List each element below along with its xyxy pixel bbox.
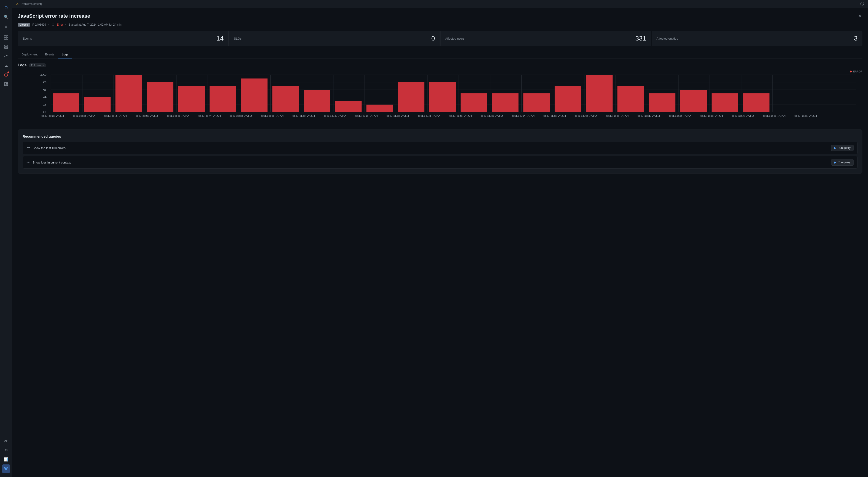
topbar: ⚠ Problems (latest) <box>12 0 868 8</box>
chart-legend: ERROR <box>850 70 862 73</box>
svg-text:01:05 AM: 01:05 AM <box>135 115 158 117</box>
topbar-warning-icon: ⚠ <box>16 2 19 6</box>
sidebar-icon-cloud[interactable]: ☁ <box>2 61 10 70</box>
stat-label-events: Events <box>23 37 32 40</box>
svg-text:01:06 AM: 01:06 AM <box>167 115 189 117</box>
svg-rect-10 <box>6 83 8 85</box>
sidebar-icon-home[interactable]: ⬡ <box>2 3 10 12</box>
svg-text:6: 6 <box>43 88 46 91</box>
sidebar-icon-apm[interactable] <box>2 52 10 60</box>
svg-rect-69 <box>617 86 644 112</box>
records-badge: 111 records <box>29 63 46 67</box>
query-text-1: Show logs in current context <box>33 161 71 164</box>
svg-point-8 <box>6 75 6 76</box>
sidebar-icon-menu[interactable]: ⊞ <box>2 22 10 30</box>
query-item-1: </> Show logs in current context ▶ Run q… <box>23 156 858 169</box>
svg-text:01:23 AM: 01:23 AM <box>700 115 723 117</box>
svg-rect-0 <box>4 36 6 37</box>
problem-header: JavaScript error rate increase ✕ <box>18 12 862 20</box>
legend-dot-error <box>850 71 852 72</box>
play-icon-0: ▶ <box>834 146 836 149</box>
problem-title: JavaScript error rate increase <box>18 13 90 19</box>
svg-text:0: 0 <box>43 111 46 114</box>
chart-container: ERROR 10 8 6 4 <box>18 70 862 127</box>
svg-text:01:13 AM: 01:13 AM <box>386 115 409 117</box>
problem-id: P-2408699 <box>32 23 46 26</box>
meta-separator-1: • <box>48 23 49 26</box>
run-query-label-0: Run query <box>838 146 850 149</box>
content-area: JavaScript error rate increase ✕ Closed … <box>12 8 868 477</box>
query-text-0: Show the last 100 errors <box>33 146 65 150</box>
svg-text:01:12 AM: 01:12 AM <box>355 115 378 117</box>
svg-rect-70 <box>649 93 676 112</box>
svg-text:01:20 AM: 01:20 AM <box>606 115 629 117</box>
legend-label-error: ERROR <box>853 70 862 73</box>
svg-text:4: 4 <box>43 96 46 99</box>
sidebar-icon-metrics[interactable]: 📊 <box>2 455 10 464</box>
query-left-1: </> Show logs in current context <box>27 160 71 165</box>
stat-label-affected-entities: Affected entities <box>657 37 678 40</box>
stat-card-affected-users: Affected users 331 <box>440 31 651 46</box>
sidebar-icon-infrastructure[interactable] <box>2 43 10 51</box>
svg-text:01:24 AM: 01:24 AM <box>732 115 754 117</box>
logs-title: Logs <box>18 63 27 67</box>
tabs-row: Deployment Events Logs <box>18 51 862 59</box>
svg-rect-71 <box>680 90 707 112</box>
svg-text:10: 10 <box>39 73 47 76</box>
play-icon-1: ▶ <box>834 161 836 164</box>
svg-text:01:02 AM: 01:02 AM <box>41 115 64 117</box>
svg-text:01:16 AM: 01:16 AM <box>480 115 503 117</box>
sidebar-top: ⬡ 🔍 ⊞ ☁ <box>2 2 10 436</box>
svg-text:01:09 AM: 01:09 AM <box>261 115 284 117</box>
svg-text:01:14 AM: 01:14 AM <box>418 115 440 117</box>
svg-text:01:11 AM: 01:11 AM <box>323 115 346 117</box>
tab-logs[interactable]: Logs <box>58 51 72 59</box>
svg-text:</>: </> <box>27 161 30 164</box>
topbar-close-icon[interactable] <box>860 2 864 6</box>
svg-rect-53 <box>115 75 142 112</box>
chart-area: 10 8 6 4 2 0 <box>18 70 862 127</box>
svg-text:01:22 AM: 01:22 AM <box>669 115 691 117</box>
svg-rect-52 <box>84 97 111 112</box>
sidebar-icon-search[interactable]: 🔍 <box>2 12 10 21</box>
stat-value-slos: 0 <box>431 35 435 42</box>
sidebar: ⬡ 🔍 ⊞ ☁ <box>0 0 12 477</box>
svg-text:01:04 AM: 01:04 AM <box>104 115 127 117</box>
sidebar-icon-dashboards[interactable] <box>2 80 10 88</box>
svg-rect-73 <box>743 93 769 112</box>
sidebar-icon-expand[interactable]: ≫ <box>2 437 10 445</box>
sidebar-divider-1 <box>3 32 9 32</box>
svg-rect-54 <box>147 82 174 112</box>
svg-rect-67 <box>555 86 581 112</box>
svg-rect-58 <box>272 86 299 112</box>
sidebar-icon-user[interactable]: W <box>2 465 10 473</box>
svg-text:01:07 AM: 01:07 AM <box>198 115 221 117</box>
svg-text:01:18 AM: 01:18 AM <box>543 115 566 117</box>
svg-rect-59 <box>304 90 330 112</box>
stat-label-slos: SLOs <box>234 37 242 40</box>
svg-text:2: 2 <box>43 103 46 106</box>
status-badge: Closed <box>18 23 30 27</box>
svg-rect-63 <box>429 82 456 112</box>
query-left-0: Show the last 100 errors <box>27 146 65 150</box>
query-item-0: Show the last 100 errors ▶ Run query <box>23 142 858 154</box>
tab-deployment[interactable]: Deployment <box>18 51 41 59</box>
started-text: Started at Aug 7, 2024, 1:02 AM for 24 m… <box>68 23 121 26</box>
svg-rect-12 <box>4 85 8 86</box>
svg-rect-64 <box>461 93 487 112</box>
sidebar-icon-problems[interactable] <box>2 71 10 79</box>
sidebar-icon-observe[interactable] <box>2 33 10 42</box>
svg-rect-5 <box>4 47 8 48</box>
svg-text:8: 8 <box>43 81 46 84</box>
stat-value-affected-entities: 3 <box>854 35 858 42</box>
tab-events[interactable]: Events <box>41 51 58 59</box>
run-query-button-0[interactable]: ▶ Run query <box>831 145 854 151</box>
run-query-button-1[interactable]: ▶ Run query <box>831 159 854 166</box>
svg-rect-61 <box>366 105 393 112</box>
sidebar-icon-settings[interactable]: ⚙ <box>2 446 10 454</box>
close-button[interactable]: ✕ <box>857 12 862 20</box>
stat-card-events: Events 14 <box>18 31 229 46</box>
main-content: ⚠ Problems (latest) JavaScript error rat… <box>12 0 868 477</box>
stat-label-affected-users: Affected users <box>445 37 465 40</box>
svg-rect-55 <box>178 86 205 112</box>
